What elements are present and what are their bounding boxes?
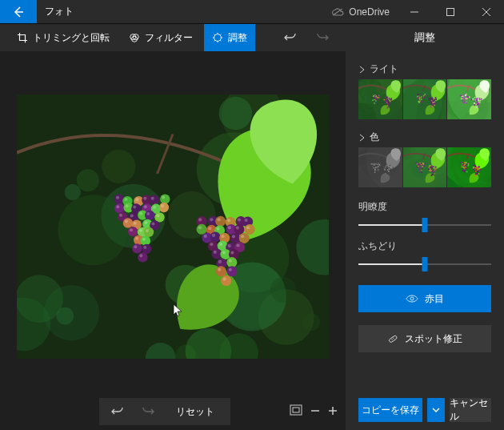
svg-point-955 bbox=[475, 166, 476, 167]
svg-point-903 bbox=[466, 163, 467, 163]
svg-point-502 bbox=[463, 98, 465, 99]
window-minimize-button[interactable] bbox=[396, 0, 432, 23]
svg-point-790 bbox=[423, 165, 425, 167]
svg-point-222 bbox=[378, 97, 380, 98]
svg-point-945 bbox=[462, 170, 463, 171]
svg-point-507 bbox=[466, 98, 467, 98]
window-close-button[interactable] bbox=[468, 0, 504, 23]
svg-point-949 bbox=[464, 171, 465, 172]
svg-point-798 bbox=[418, 167, 420, 169]
svg-point-1006 bbox=[475, 175, 477, 176]
svg-point-292 bbox=[388, 105, 390, 106]
svg-point-669 bbox=[386, 165, 386, 166]
svg-point-483 bbox=[463, 96, 464, 97]
svg-point-280 bbox=[390, 101, 391, 102]
svg-point-424 bbox=[430, 102, 432, 104]
svg-point-803 bbox=[419, 171, 420, 171]
photo-preview[interactable] bbox=[17, 94, 329, 359]
redeye-button[interactable]: 赤目 bbox=[358, 285, 491, 312]
svg-point-791 bbox=[423, 166, 424, 167]
redo-button-footer[interactable] bbox=[134, 405, 162, 418]
svg-point-757 bbox=[419, 163, 420, 163]
reset-button[interactable]: リセット bbox=[165, 405, 226, 419]
svg-point-851 bbox=[429, 170, 430, 171]
cancel-button[interactable]: キャンセル bbox=[450, 398, 491, 422]
svg-point-96 bbox=[210, 218, 213, 221]
svg-point-425 bbox=[430, 102, 431, 103]
svg-point-995 bbox=[475, 171, 476, 171]
window-maximize-button[interactable] bbox=[432, 0, 468, 23]
zoom-in-button[interactable] bbox=[328, 404, 338, 419]
svg-point-654 bbox=[378, 167, 379, 168]
svg-point-254 bbox=[383, 99, 385, 101]
light-thumbnails[interactable] bbox=[358, 79, 491, 119]
svg-point-948 bbox=[464, 171, 466, 172]
tab-adjust[interactable]: 調整 bbox=[204, 24, 255, 51]
svg-point-239 bbox=[375, 102, 376, 103]
fit-button[interactable] bbox=[290, 404, 302, 419]
svg-point-325 bbox=[418, 96, 418, 97]
svg-point-134 bbox=[236, 243, 239, 247]
color-thumbnails[interactable] bbox=[358, 147, 491, 187]
svg-point-146 bbox=[218, 267, 221, 271]
svg-point-537 bbox=[471, 99, 472, 100]
svg-point-719 bbox=[386, 173, 387, 174]
section-color[interactable]: 色 bbox=[358, 126, 491, 147]
tab-filter[interactable]: フィルター bbox=[121, 24, 201, 51]
vignette-slider[interactable] bbox=[358, 256, 491, 272]
svg-point-65 bbox=[145, 210, 154, 219]
spotfix-button[interactable]: スポット修正 bbox=[358, 325, 491, 352]
save-button[interactable]: コピーを保存 bbox=[358, 398, 422, 422]
svg-point-578 bbox=[478, 106, 479, 107]
zoom-out-button[interactable] bbox=[310, 404, 320, 419]
svg-point-776 bbox=[419, 165, 421, 167]
svg-point-910 bbox=[465, 163, 466, 165]
svg-point-138 bbox=[222, 251, 226, 254]
undo-button[interactable] bbox=[276, 24, 305, 51]
svg-point-66 bbox=[146, 211, 150, 215]
svg-point-339 bbox=[418, 97, 418, 98]
section-light[interactable]: ライト bbox=[358, 58, 491, 79]
clarity-slider[interactable] bbox=[358, 217, 491, 233]
svg-point-417 bbox=[430, 102, 431, 102]
svg-point-58 bbox=[161, 204, 164, 207]
svg-point-72 bbox=[134, 221, 137, 224]
svg-point-331 bbox=[420, 94, 421, 94]
svg-point-361 bbox=[419, 98, 420, 98]
svg-point-120 bbox=[212, 233, 215, 236]
svg-point-247 bbox=[387, 97, 388, 98]
save-menu-button[interactable] bbox=[427, 398, 445, 422]
redo-button[interactable] bbox=[308, 24, 337, 51]
svg-point-338 bbox=[418, 97, 419, 98]
svg-point-637 bbox=[374, 164, 375, 165]
svg-point-431 bbox=[432, 104, 433, 105]
svg-point-45 bbox=[160, 194, 170, 203]
svg-point-240 bbox=[385, 97, 386, 98]
svg-point-953 bbox=[474, 166, 475, 167]
svg-point-503 bbox=[463, 98, 464, 98]
svg-point-899 bbox=[465, 162, 466, 163]
svg-point-249 bbox=[389, 98, 390, 98]
svg-point-972 bbox=[478, 166, 480, 167]
svg-point-501 bbox=[461, 98, 462, 99]
svg-point-35 bbox=[114, 194, 124, 203]
svg-point-409 bbox=[432, 101, 433, 102]
svg-point-421 bbox=[434, 102, 434, 103]
svg-point-547 bbox=[481, 98, 482, 99]
tab-crop-rotate[interactable]: トリミングと回転 bbox=[9, 24, 118, 51]
svg-point-901 bbox=[466, 163, 466, 163]
onedrive-status[interactable]: OneDrive bbox=[325, 0, 396, 23]
svg-point-376 bbox=[418, 102, 420, 103]
undo-button-footer[interactable] bbox=[104, 405, 131, 418]
svg-point-223 bbox=[378, 98, 379, 98]
svg-point-405 bbox=[435, 99, 436, 100]
svg-point-717 bbox=[390, 173, 390, 174]
svg-point-86 bbox=[142, 237, 146, 240]
svg-point-723 bbox=[386, 175, 387, 175]
svg-point-251 bbox=[391, 98, 392, 99]
svg-point-122 bbox=[222, 235, 225, 238]
svg-point-804 bbox=[421, 170, 422, 171]
svg-point-285 bbox=[388, 102, 389, 103]
svg-point-644 bbox=[373, 167, 374, 169]
back-button[interactable] bbox=[0, 0, 37, 23]
